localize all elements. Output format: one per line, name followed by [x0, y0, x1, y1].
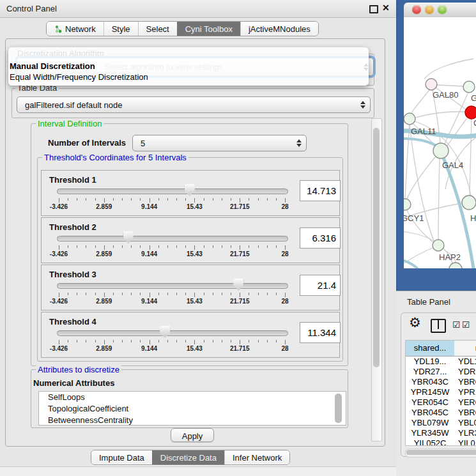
table-cell[interactable]: YBL079W — [406, 418, 454, 428]
threshold-value-field[interactable]: 14.713 — [300, 180, 341, 201]
network-edge[interactable] — [407, 157, 435, 199]
network-node-h[interactable] — [462, 196, 476, 210]
slider-track[interactable] — [57, 283, 288, 289]
table-cell[interactable]: YIL0 — [454, 438, 476, 446]
slider-thumb[interactable] — [233, 279, 243, 291]
zoom-traffic-light-icon[interactable] — [438, 5, 447, 14]
table-cell[interactable]: YDL19... — [406, 357, 454, 367]
table-cell[interactable]: YPR145W — [406, 387, 454, 397]
threshold-value-field[interactable]: 21.4 — [300, 275, 341, 296]
close-traffic-light-icon[interactable] — [412, 5, 421, 14]
table-hscrollbar-thumb[interactable] — [406, 450, 476, 455]
network-node-gal80[interactable] — [426, 79, 437, 90]
table-cell[interactable]: YER0 — [454, 397, 476, 408]
table-cell[interactable]: YDR27... — [406, 367, 454, 377]
threshold-panel-3: Threshold 3-3.4262.8599.14415.4321.71528… — [41, 265, 340, 311]
tab-infer-network[interactable]: Infer Network — [224, 450, 289, 464]
combo-stepper-icon[interactable] — [360, 101, 365, 109]
network-canvas[interactable]: GAL80GACGAL11GAL4GCY1HHAP2 — [404, 17, 476, 268]
network-edge[interactable] — [437, 85, 463, 86]
table-data-combobox[interactable]: galFiltered.sif default node — [17, 96, 371, 113]
network-node-hap2[interactable] — [433, 240, 444, 251]
attribute-list-item[interactable]: SelfLoops — [39, 392, 346, 403]
major-tick — [150, 198, 150, 203]
table-cell[interactable]: YBR045C — [406, 408, 454, 418]
network-node[interactable] — [449, 263, 462, 268]
slider-track[interactable] — [57, 188, 288, 194]
algorithm-popup-item[interactable]: Manual Discretization — [10, 61, 95, 71]
combo-stepper-icon[interactable] — [296, 139, 301, 147]
network-edge[interactable] — [424, 59, 473, 79]
slider-track[interactable] — [57, 330, 288, 336]
algorithm-dropdown-popup: Manual DiscretizationEqual Width/Frequen… — [8, 47, 369, 86]
minor-tick — [158, 245, 159, 248]
minor-tick — [185, 245, 186, 248]
attribute-list-item[interactable]: BetweennessCentrality — [39, 415, 346, 426]
minor-tick — [213, 245, 213, 248]
tab-impute-data[interactable]: Impute Data — [91, 450, 152, 464]
node-attribute-table[interactable]: shared...naYDL19...YDL1YDR27...YDR2YBR04… — [405, 340, 476, 446]
table-cell[interactable]: YDR2 — [454, 367, 476, 377]
network-node-label: C — [473, 118, 476, 128]
network-window-titlebar[interactable] — [404, 3, 476, 18]
numerical-attributes-list[interactable]: SelfLoopsTopologicalCoefficientBetweenne… — [38, 391, 346, 426]
major-tick — [240, 198, 240, 203]
table-cell[interactable]: YIL052C — [406, 438, 454, 446]
tab-jactivemnodules[interactable]: jActiveMNodules — [240, 22, 318, 36]
major-tick — [104, 245, 105, 250]
network-node-c[interactable] — [465, 106, 476, 119]
major-tick — [285, 198, 286, 203]
split-columns-icon[interactable] — [431, 319, 446, 333]
panel-scrollbar-thumb[interactable] — [373, 128, 380, 367]
network-edge[interactable] — [411, 90, 429, 113]
minor-tick — [158, 293, 159, 295]
minor-tick — [176, 293, 177, 295]
network-graph[interactable]: GAL80GACGAL11GAL4GCY1HHAP2 — [404, 17, 476, 268]
tab-network[interactable]: Network — [47, 22, 104, 36]
table-cell[interactable]: YBR0 — [454, 377, 476, 387]
tab-select[interactable]: Select — [138, 22, 177, 36]
network-node-gal11[interactable] — [404, 113, 415, 125]
table-column-header[interactable]: na — [454, 341, 476, 357]
slider-track[interactable] — [57, 236, 288, 242]
slider-thumb[interactable] — [185, 184, 195, 196]
threshold-value-field[interactable]: 11.344 — [300, 322, 341, 343]
minor-tick — [140, 340, 141, 342]
network-node-ga[interactable] — [463, 81, 475, 93]
checkbox-icon[interactable]: ☑ — [452, 320, 461, 329]
network-edge[interactable] — [405, 125, 410, 199]
table-cell[interactable]: YBR0 — [454, 408, 476, 418]
slider-thumb[interactable] — [123, 231, 134, 243]
table-cell[interactable]: YER054C — [406, 397, 454, 408]
checkbox-icon[interactable]: ☑ — [462, 320, 470, 329]
number-of-intervals-combobox[interactable]: 5 — [132, 135, 307, 151]
table-cell[interactable]: YLR345W — [406, 428, 454, 438]
tab-style[interactable]: Style — [104, 22, 138, 36]
network-edge[interactable] — [438, 158, 440, 240]
table-cell[interactable]: YLR3 — [454, 428, 476, 438]
tick-label: 15.43 — [175, 203, 213, 210]
minimize-traffic-light-icon[interactable] — [425, 5, 434, 14]
table-cell[interactable]: YPR1 — [454, 387, 476, 397]
close-icon[interactable]: ✕ — [382, 3, 390, 13]
algorithm-popup-item[interactable]: Equal Width/Frequency Discretization — [10, 72, 148, 82]
minor-tick — [185, 293, 186, 295]
tab-cyni-toolbox[interactable]: Cyni Toolbox — [177, 22, 240, 36]
threshold-panel-1: Threshold 1-3.4262.8599.14415.4321.71528… — [41, 170, 340, 216]
threshold-value-field[interactable]: 6.316 — [300, 227, 341, 249]
table-column-header[interactable]: shared... — [406, 341, 455, 357]
network-edge-highlighted[interactable] — [404, 258, 419, 268]
table-cell[interactable]: YBR043C — [406, 377, 454, 387]
apply-button[interactable]: Apply — [171, 428, 214, 442]
attribute-list-item[interactable]: TopologicalCoefficient — [39, 403, 346, 415]
gear-icon[interactable]: ⚙ — [409, 315, 421, 330]
table-cell[interactable]: YBL0 — [454, 418, 476, 428]
float-window-icon[interactable] — [369, 5, 378, 13]
slider-thumb[interactable] — [160, 326, 170, 338]
network-node-gcy1[interactable] — [404, 199, 411, 210]
network-edge[interactable] — [470, 119, 472, 196]
table-cell[interactable]: YDL1 — [454, 357, 476, 367]
attributes-list-scrollbar[interactable] — [335, 394, 342, 423]
tab-discretize-data[interactable]: Discretize Data — [152, 450, 224, 464]
network-node-gal4[interactable] — [433, 143, 449, 158]
